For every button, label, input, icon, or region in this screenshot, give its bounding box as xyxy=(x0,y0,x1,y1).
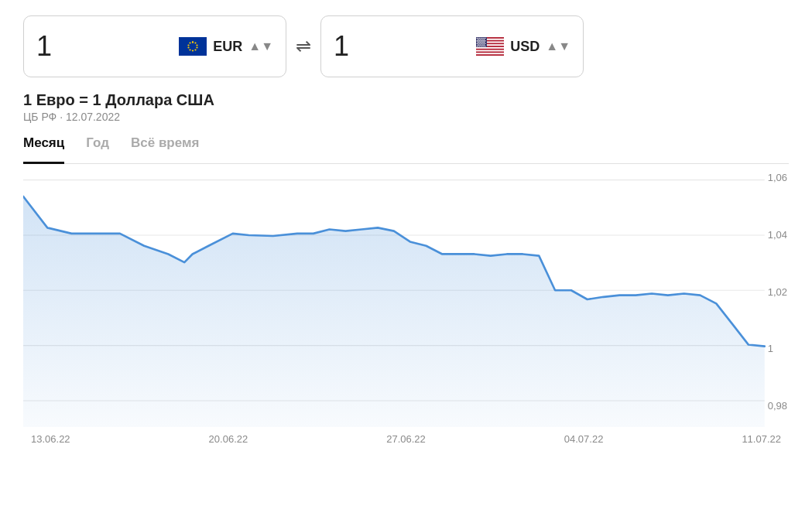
svg-point-24 xyxy=(483,38,485,39)
svg-point-45 xyxy=(480,44,481,46)
svg-point-31 xyxy=(479,40,481,42)
to-currency-code: USD xyxy=(510,39,540,55)
svg-point-9 xyxy=(188,44,190,46)
y-label-4: 1 xyxy=(768,343,787,354)
svg-point-29 xyxy=(484,39,485,40)
svg-rect-0 xyxy=(179,37,207,56)
from-currency-box[interactable]: 1 xyxy=(23,15,286,77)
svg-point-43 xyxy=(485,43,486,45)
to-currency-selector[interactable]: USD ▲▼ xyxy=(476,37,570,56)
svg-point-28 xyxy=(481,39,483,40)
from-currency-code: EUR xyxy=(213,39,242,55)
svg-point-37 xyxy=(481,42,483,43)
svg-point-52 xyxy=(485,46,486,47)
svg-point-40 xyxy=(479,43,481,45)
svg-point-36 xyxy=(480,42,481,43)
usd-flag-icon xyxy=(476,37,504,56)
svg-point-50 xyxy=(481,46,482,47)
svg-point-7 xyxy=(190,49,191,50)
x-label-1: 13.06.22 xyxy=(31,433,70,445)
from-currency-arrow[interactable]: ▲▼ xyxy=(248,40,273,53)
svg-point-42 xyxy=(483,43,485,45)
svg-point-21 xyxy=(477,38,478,39)
svg-point-12 xyxy=(192,41,194,43)
svg-point-32 xyxy=(481,40,482,42)
svg-point-25 xyxy=(485,38,486,39)
svg-point-22 xyxy=(479,38,481,39)
tab-alltime[interactable]: Всё время xyxy=(131,135,199,157)
period-tabs: Месяц Год Всё время xyxy=(23,135,789,164)
svg-point-5 xyxy=(195,49,197,50)
rate-text: 1 Евро = 1 Доллара США xyxy=(23,91,789,109)
y-axis-labels: 1,06 1,04 1,02 1 0,98 xyxy=(768,172,789,412)
y-label-1: 1,06 xyxy=(768,172,787,183)
svg-point-41 xyxy=(481,43,482,45)
x-label-2: 20.06.22 xyxy=(209,433,248,445)
svg-point-27 xyxy=(480,39,481,40)
converter-row: 1 xyxy=(23,15,789,77)
svg-point-47 xyxy=(484,44,485,46)
tab-year[interactable]: Год xyxy=(86,135,109,157)
svg-point-8 xyxy=(188,46,190,48)
y-label-5: 0,98 xyxy=(768,400,787,412)
svg-point-10 xyxy=(190,42,191,43)
y-label-2: 1,04 xyxy=(768,229,787,241)
svg-point-49 xyxy=(479,46,481,47)
to-amount: 1 xyxy=(334,30,349,63)
svg-point-30 xyxy=(477,40,478,42)
svg-point-39 xyxy=(477,43,478,45)
chart-svg xyxy=(23,172,789,427)
swap-button[interactable]: ⇌ xyxy=(296,36,311,57)
svg-point-3 xyxy=(197,44,198,46)
svg-point-44 xyxy=(478,44,479,46)
chart-container: 1,06 1,04 1,02 1 0,98 13.06.22 20.06.22 … xyxy=(23,172,789,466)
svg-point-35 xyxy=(478,42,479,43)
svg-rect-18 xyxy=(476,50,504,52)
svg-point-51 xyxy=(483,46,485,47)
y-label-3: 1,02 xyxy=(768,286,787,298)
from-currency-selector[interactable]: EUR ▲▼ xyxy=(179,37,273,56)
svg-point-46 xyxy=(481,44,483,46)
x-label-5: 11.07.22 xyxy=(742,433,781,445)
to-currency-arrow[interactable]: ▲▼ xyxy=(546,40,570,53)
tab-month[interactable]: Месяц xyxy=(23,135,64,164)
svg-point-33 xyxy=(483,40,485,42)
svg-point-6 xyxy=(192,50,194,51)
svg-point-48 xyxy=(477,46,478,47)
svg-point-4 xyxy=(197,46,198,48)
rate-source: ЦБ РФ · 12.07.2022 xyxy=(23,111,789,123)
from-amount: 1 xyxy=(36,30,52,63)
x-axis-labels: 13.06.22 20.06.22 27.06.22 04.07.22 11.0… xyxy=(23,433,789,445)
rate-info: 1 Евро = 1 Доллара США ЦБ РФ · 12.07.202… xyxy=(23,91,789,123)
svg-rect-17 xyxy=(476,47,504,49)
eur-flag-icon xyxy=(179,37,207,56)
svg-point-23 xyxy=(481,38,482,39)
x-label-3: 27.06.22 xyxy=(386,433,426,445)
svg-point-38 xyxy=(484,42,485,43)
svg-point-34 xyxy=(485,40,486,42)
to-currency-box[interactable]: 1 xyxy=(320,15,584,77)
x-label-4: 04.07.22 xyxy=(564,433,604,445)
svg-rect-19 xyxy=(476,53,504,54)
svg-point-26 xyxy=(478,39,479,40)
svg-point-2 xyxy=(195,42,197,43)
